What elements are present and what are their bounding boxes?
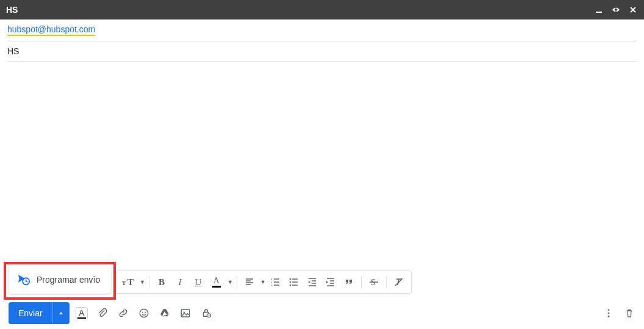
strikethrough-button[interactable]: S — [365, 274, 382, 291]
window-titlebar: HS — [0, 0, 644, 19]
text-color-button[interactable]: A — [208, 274, 225, 291]
insert-emoji-icon[interactable] — [138, 307, 150, 319]
svg-point-21 — [608, 313, 610, 314]
schedule-send-label: Programar envío — [37, 275, 100, 285]
message-body[interactable] — [0, 62, 644, 244]
bottom-right-controls — [603, 307, 635, 319]
chevron-down-icon[interactable]: ▼ — [140, 279, 145, 285]
bulleted-list-button[interactable] — [285, 274, 302, 291]
quote-button[interactable] — [340, 274, 357, 291]
send-button[interactable]: Enviar — [9, 302, 52, 324]
indent-more-button[interactable] — [322, 274, 339, 291]
separator — [361, 276, 362, 288]
align-button[interactable] — [241, 274, 258, 291]
svg-rect-0 — [596, 12, 602, 13]
svg-point-6 — [289, 278, 291, 280]
schedule-send-menu[interactable]: Programar envío — [9, 266, 111, 294]
clear-formatting-button[interactable] — [390, 274, 407, 291]
italic-button[interactable]: I — [171, 274, 188, 291]
svg-text:T: T — [127, 277, 134, 287]
svg-point-13 — [140, 309, 148, 317]
insert-photo-icon[interactable] — [179, 307, 191, 319]
subject-field[interactable]: HS — [7, 41, 637, 62]
insert-link-icon[interactable] — [117, 307, 129, 319]
compose-toolbar-icons: A — [76, 307, 212, 319]
svg-point-8 — [289, 285, 291, 286]
confidential-mode-icon[interactable] — [200, 307, 212, 319]
font-size-button[interactable]: тT — [120, 274, 137, 291]
more-options-icon[interactable] — [603, 307, 615, 319]
bold-button[interactable]: B — [153, 274, 170, 291]
separator — [386, 276, 387, 288]
attach-file-icon[interactable] — [96, 307, 109, 319]
to-field[interactable]: hubspot@hubspot.com — [7, 19, 637, 41]
chevron-down-icon[interactable]: ▼ — [260, 279, 266, 285]
send-options-button[interactable] — [52, 302, 70, 324]
svg-point-22 — [608, 316, 610, 317]
separator — [149, 276, 149, 288]
recipient-chip[interactable]: hubspot@hubspot.com — [7, 24, 95, 36]
svg-point-15 — [145, 312, 146, 313]
svg-point-20 — [608, 309, 610, 311]
subject-text: HS — [7, 46, 19, 56]
discard-draft-icon[interactable] — [623, 307, 635, 319]
underline-button[interactable]: U — [190, 274, 207, 291]
format-toolbar: тT ▼ B I U A ▼ ▼ 123 S — [116, 271, 412, 294]
schedule-send-icon — [17, 273, 30, 286]
bottom-toolbar: Enviar A — [9, 302, 635, 324]
formatting-toggle-button[interactable]: A — [76, 307, 88, 319]
indent-less-button[interactable] — [304, 274, 321, 291]
separator — [237, 276, 237, 288]
svg-point-7 — [289, 281, 291, 283]
window-title: HS — [6, 5, 594, 15]
google-drive-icon[interactable] — [159, 307, 171, 319]
numbered-list-button[interactable]: 123 — [267, 274, 284, 291]
titlebar-controls — [594, 5, 638, 15]
close-icon[interactable] — [628, 5, 638, 15]
svg-rect-16 — [181, 310, 190, 317]
send-button-group: Enviar — [9, 302, 70, 324]
svg-text:3: 3 — [271, 284, 273, 287]
svg-text:т: т — [122, 278, 126, 287]
restore-icon[interactable] — [611, 5, 621, 15]
svg-point-14 — [142, 312, 143, 313]
chevron-down-icon[interactable]: ▼ — [227, 279, 233, 285]
compose-area: hubspot@hubspot.com HS — [0, 19, 644, 62]
minimize-icon[interactable] — [594, 5, 604, 15]
